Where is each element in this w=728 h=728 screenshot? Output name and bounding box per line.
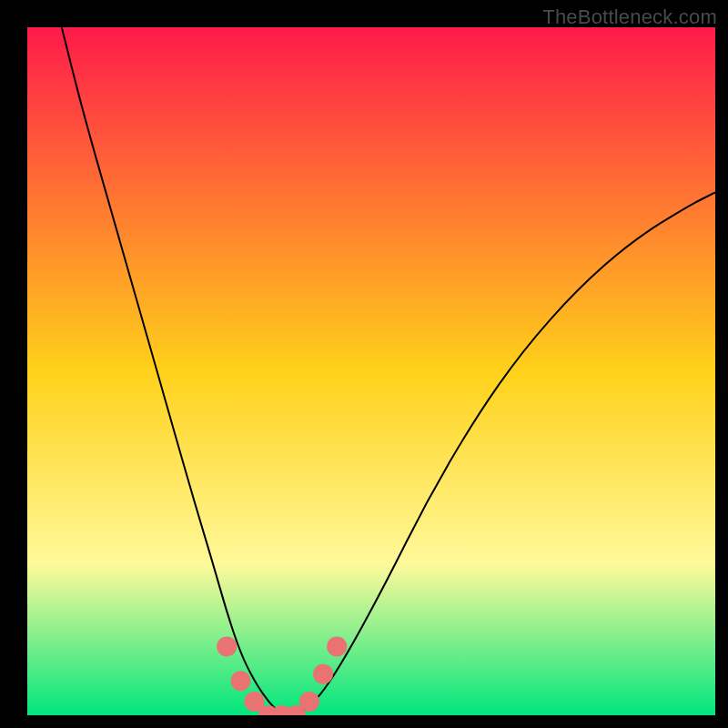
highlight-marker	[313, 664, 333, 684]
highlight-marker	[299, 692, 319, 712]
highlight-marker	[327, 636, 347, 656]
watermark-text: TheBottleneck.com	[542, 5, 717, 29]
chart-frame: TheBottleneck.com	[0, 0, 728, 728]
bottleneck-chart	[27, 27, 715, 715]
highlight-marker	[217, 636, 237, 656]
plot-area	[27, 27, 715, 715]
highlight-marker	[230, 671, 250, 691]
gradient-background	[27, 27, 715, 715]
